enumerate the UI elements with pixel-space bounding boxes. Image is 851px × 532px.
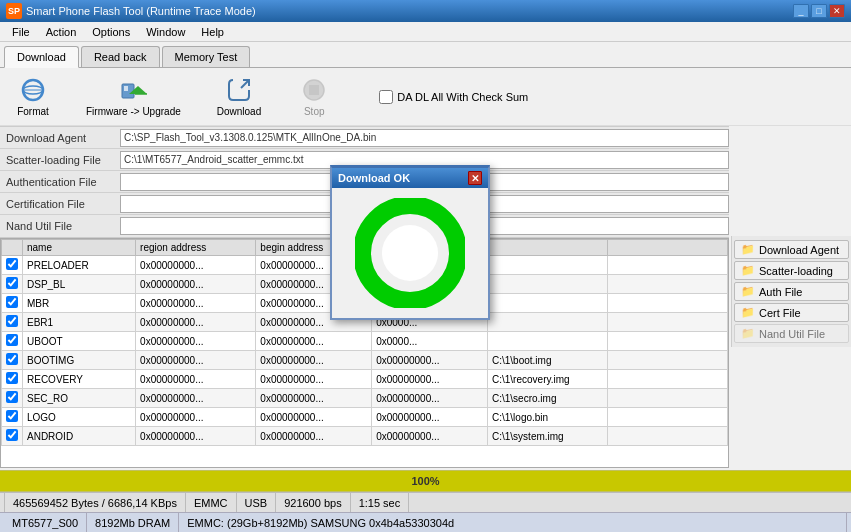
app-window: SP Smart Phone Flash Tool (Runtime Trace…	[0, 0, 851, 532]
dialog-body	[332, 188, 488, 318]
dialog-title-bar: Download OK ✕	[332, 168, 488, 188]
download-ok-dialog: Download OK ✕	[330, 165, 490, 320]
download-ok-donut	[355, 198, 465, 308]
dialog-title-text: Download OK	[338, 172, 410, 184]
svg-point-11	[382, 225, 438, 281]
dialog-close-button[interactable]: ✕	[468, 171, 482, 185]
dialog-overlay: Download OK ✕	[0, 0, 851, 532]
